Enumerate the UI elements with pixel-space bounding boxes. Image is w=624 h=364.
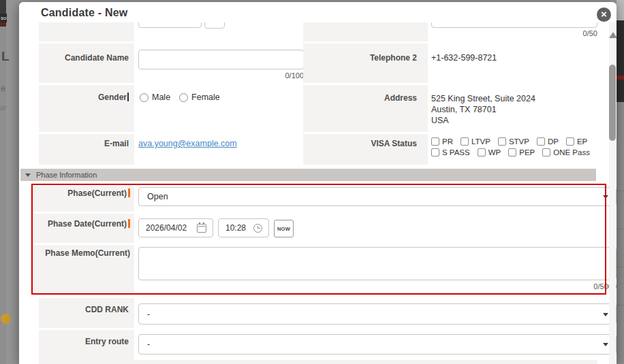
background-row-line xyxy=(617,267,624,267)
phase-current-label-text: Phase(Current) xyxy=(67,188,127,198)
phase-memo-label: Phase Memo(Current) xyxy=(33,248,130,258)
scroll-up-arrow-icon[interactable] xyxy=(609,32,617,38)
label-cell xyxy=(303,22,428,42)
checkbox-icon xyxy=(498,137,506,146)
checkbox-label: EP xyxy=(577,137,587,146)
label-cell xyxy=(303,44,428,83)
date-value: 2026/04/02 xyxy=(146,223,187,233)
modal-title: Candidate - New xyxy=(41,7,127,19)
text-cursor xyxy=(127,93,129,101)
radio-female[interactable]: Female xyxy=(179,93,220,102)
background-row-line xyxy=(617,191,624,191)
char-counter: 0/100 xyxy=(138,71,304,80)
gender-label: Gender xyxy=(39,93,129,102)
scrollbar-thumb[interactable] xyxy=(609,65,616,141)
required-marker xyxy=(128,219,130,228)
checkbox-label: LTVP xyxy=(471,137,490,146)
radio-label: Male xyxy=(152,93,170,102)
cutoff-input[interactable] xyxy=(431,22,597,28)
candidate-name-input[interactable] xyxy=(138,50,304,69)
radio-male[interactable]: Male xyxy=(140,93,170,102)
checkbox-icon xyxy=(431,148,439,156)
background-badge xyxy=(1,314,11,324)
radio-icon xyxy=(179,93,188,102)
background-page-right xyxy=(617,0,624,20)
checkbox-icon xyxy=(431,137,439,146)
label-cell xyxy=(39,360,597,364)
checkbox-label: WP xyxy=(488,148,501,156)
char-counter: 0/5000 xyxy=(452,282,617,291)
select-value: Open xyxy=(147,192,168,201)
section-title: Phase Information xyxy=(36,171,97,179)
visa-checkbox-row: PR LTVP STVP DP EP xyxy=(431,137,590,146)
checkbox-label: ONE Pass xyxy=(553,148,590,156)
chevron-down-icon xyxy=(603,195,608,199)
chevron-down-icon xyxy=(603,343,608,346)
visa-checkbox-dp[interactable]: DP xyxy=(537,137,559,146)
address-line: 525 King Street, Suite 2024 xyxy=(431,93,535,104)
phase-memo-textarea[interactable] xyxy=(138,247,617,280)
candidate-name-label: Candidate Name xyxy=(39,53,129,63)
checkbox-icon xyxy=(537,137,545,146)
address-line: USA xyxy=(431,115,535,126)
background-row-line xyxy=(617,305,624,305)
section-phase-information[interactable]: Phase Information xyxy=(20,169,596,181)
phase-current-select[interactable]: Open xyxy=(138,187,617,206)
checkbox-icon xyxy=(478,148,486,156)
email-link[interactable]: ava.young@example.com xyxy=(138,139,237,148)
phase-date-label: Phase Date(Current) xyxy=(33,219,130,229)
entry-route-select[interactable]: - xyxy=(138,334,617,354)
background-page-header-right xyxy=(617,20,624,102)
email-label: E-mail xyxy=(39,139,129,148)
checkbox-label: S PASS xyxy=(442,148,470,156)
screen: so L e ar Candidate - New × 0/50 Candida… xyxy=(0,0,624,364)
close-icon[interactable]: × xyxy=(597,7,611,22)
visa-checkbox-spass[interactable]: S PASS xyxy=(431,148,470,156)
clock-icon[interactable] xyxy=(253,224,262,233)
entry-route-label: Entry route xyxy=(39,337,129,346)
calendar-icon[interactable] xyxy=(197,224,206,233)
visa-checkbox-stvp[interactable]: STVP xyxy=(498,137,529,146)
checkbox-icon xyxy=(542,148,550,156)
modal-header: Candidate - New × xyxy=(19,2,617,22)
collapse-triangle-icon xyxy=(25,173,31,177)
chevron-down-icon xyxy=(603,313,608,316)
char-counter: 0/50 xyxy=(431,29,597,37)
phase-date-input[interactable]: 2026/04/02 xyxy=(138,218,213,237)
radio-label: Female xyxy=(191,93,220,102)
gender-label-text: Gender xyxy=(98,93,127,102)
telephone2-value: +1-632-599-8721 xyxy=(431,53,497,63)
phase-time-input[interactable]: 10:28 xyxy=(218,218,269,237)
label-cell xyxy=(303,85,428,132)
candidate-new-modal: Candidate - New × 0/50 Candidate Name 0/… xyxy=(19,2,617,364)
now-button[interactable]: NOW xyxy=(274,220,294,237)
visa-checkbox-wp[interactable]: WP xyxy=(478,148,501,156)
required-marker xyxy=(128,188,130,197)
visa-checkbox-ep[interactable]: EP xyxy=(566,137,587,146)
visa-checkbox-onepass[interactable]: ONE Pass xyxy=(542,148,590,156)
background-accent-strip-right xyxy=(617,76,624,80)
visa-checkbox-ltvp[interactable]: LTVP xyxy=(461,137,490,146)
checkbox-icon xyxy=(508,148,516,156)
checkbox-label: DP xyxy=(548,137,559,146)
phase-date-label-text: Phase Date(Current) xyxy=(48,219,127,229)
checkbox-icon xyxy=(461,137,469,146)
address-line: Austin, TX 78701 xyxy=(431,104,535,115)
cutoff-input[interactable] xyxy=(138,22,202,28)
radio-icon xyxy=(140,93,149,102)
checkbox-label: PEP xyxy=(519,148,535,156)
modal-body: 0/50 Candidate Name 0/100 Telephone 2 +1… xyxy=(19,22,617,364)
select-value: - xyxy=(147,310,150,319)
gender-radio-group: Male Female xyxy=(140,93,220,102)
background-page-body-right xyxy=(617,102,624,364)
visa-checkbox-pep[interactable]: PEP xyxy=(508,148,535,156)
cutoff-small-button[interactable] xyxy=(204,22,225,29)
cdd-rank-select[interactable]: - xyxy=(138,303,617,325)
checkbox-icon xyxy=(566,137,574,146)
select-value: - xyxy=(147,340,150,349)
visa-checkbox-pr[interactable]: PR xyxy=(431,137,453,146)
phase-current-label: Phase(Current) xyxy=(33,188,130,198)
background-text-fragment: so xyxy=(0,14,7,22)
address-value: 525 King Street, Suite 2024 Austin, TX 7… xyxy=(431,93,535,126)
cdd-rank-label: CDD RANK xyxy=(39,305,129,314)
